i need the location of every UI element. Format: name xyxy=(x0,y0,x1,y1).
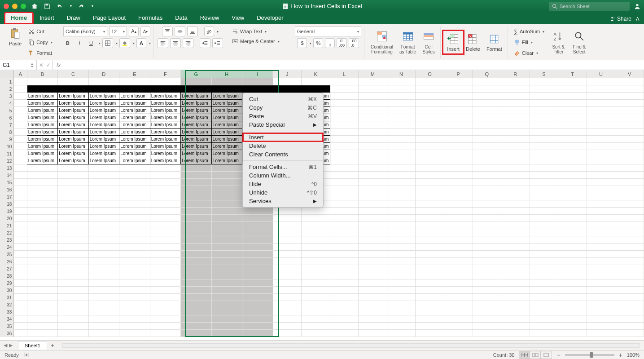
cell[interactable] xyxy=(359,294,387,301)
cell[interactable] xyxy=(119,294,150,301)
cell[interactable] xyxy=(615,215,644,222)
cell[interactable] xyxy=(242,251,273,258)
cell[interactable] xyxy=(212,164,242,172)
cell[interactable] xyxy=(473,236,502,244)
cell[interactable] xyxy=(416,323,444,330)
ribbon-tab-data[interactable]: Data xyxy=(169,12,193,24)
row-header-29[interactable]: 29 xyxy=(0,279,14,287)
sheet-tab-active[interactable]: Sheet1 xyxy=(18,341,47,350)
cell[interactable] xyxy=(14,294,27,301)
cell[interactable] xyxy=(558,114,587,121)
cell[interactable] xyxy=(14,229,27,236)
format-as-table-button[interactable]: Format as Table xyxy=(397,29,419,55)
cell[interactable]: Lorem Ipsum xyxy=(181,136,211,143)
cell[interactable] xyxy=(119,308,150,315)
cell[interactable] xyxy=(444,100,473,107)
cell[interactable] xyxy=(14,330,27,337)
cell[interactable] xyxy=(444,164,473,172)
cell[interactable] xyxy=(89,78,119,85)
cell[interactable] xyxy=(302,315,330,323)
cell[interactable] xyxy=(530,215,559,222)
cell[interactable] xyxy=(302,78,330,85)
ribbon-tab-insert[interactable]: Insert xyxy=(33,12,61,24)
cell[interactable] xyxy=(501,244,530,251)
cell[interactable] xyxy=(181,272,211,279)
cell[interactable] xyxy=(212,265,242,272)
cell[interactable] xyxy=(501,258,530,265)
cell[interactable] xyxy=(615,287,644,294)
paste-button[interactable]: Paste xyxy=(6,27,24,47)
cell[interactable] xyxy=(387,265,416,272)
cell[interactable]: Lorem Ipsum xyxy=(212,150,242,157)
cell[interactable] xyxy=(150,236,181,244)
cell[interactable]: Lorem Ipsum xyxy=(89,136,119,143)
collapse-ribbon-icon[interactable]: ᐱ xyxy=(636,16,640,22)
cell[interactable]: Lorem Ipsum xyxy=(212,93,242,100)
cell[interactable] xyxy=(359,301,387,308)
context-item-copy[interactable]: Copy⌘C xyxy=(243,103,323,112)
cell[interactable] xyxy=(615,121,644,129)
cell[interactable]: Lorem Ipsum xyxy=(212,157,242,164)
cell[interactable] xyxy=(558,236,587,244)
minimize-window-button[interactable] xyxy=(12,4,18,9)
autosum-button[interactable]: ∑AutoSum▾ xyxy=(512,27,547,36)
cell[interactable] xyxy=(212,323,242,330)
cell[interactable] xyxy=(558,265,587,272)
cell[interactable] xyxy=(302,301,330,308)
delete-cells-button[interactable]: Delete xyxy=(463,32,483,53)
cell[interactable] xyxy=(473,114,502,121)
cell[interactable] xyxy=(14,157,27,164)
cell[interactable] xyxy=(587,208,616,215)
cell[interactable]: Lorem Ipsum xyxy=(119,107,150,114)
cell[interactable] xyxy=(119,330,150,337)
cell[interactable] xyxy=(89,179,119,186)
cell[interactable] xyxy=(615,78,644,85)
cell[interactable] xyxy=(58,179,88,186)
cell[interactable] xyxy=(558,107,587,114)
cell[interactable] xyxy=(330,236,359,244)
cell[interactable] xyxy=(501,323,530,330)
cell[interactable] xyxy=(558,78,587,85)
cell[interactable] xyxy=(119,315,150,323)
cell[interactable]: Lorem Ipsum xyxy=(27,93,58,100)
cell[interactable] xyxy=(14,164,27,172)
cell[interactable] xyxy=(150,323,181,330)
context-item-column-width-[interactable]: Column Width... xyxy=(243,171,323,180)
cell[interactable] xyxy=(473,315,502,323)
cell[interactable] xyxy=(119,222,150,229)
cell[interactable] xyxy=(330,301,359,308)
cell[interactable] xyxy=(58,229,88,236)
cell[interactable] xyxy=(119,164,150,172)
cell[interactable]: Lorem Ipsum xyxy=(119,93,150,100)
cell[interactable] xyxy=(615,244,644,251)
cell[interactable] xyxy=(387,172,416,179)
cell[interactable] xyxy=(530,129,559,136)
cell[interactable] xyxy=(558,294,587,301)
cell[interactable] xyxy=(150,186,181,193)
cell[interactable]: Lorem Ipsum xyxy=(150,136,181,143)
cell[interactable] xyxy=(58,287,88,294)
cell[interactable] xyxy=(387,294,416,301)
cell[interactable] xyxy=(444,215,473,222)
cell[interactable] xyxy=(359,308,387,315)
cell[interactable]: Lorem Ipsum xyxy=(58,150,88,157)
cell[interactable] xyxy=(530,114,559,121)
row-header-18[interactable]: 18 xyxy=(0,200,14,208)
cell[interactable]: Lorem Ipsum xyxy=(181,157,211,164)
context-item-hide[interactable]: Hide^0 xyxy=(243,180,323,188)
row-header-13[interactable]: 13 xyxy=(0,164,14,172)
cell[interactable]: Lorem Ipsum xyxy=(119,157,150,164)
cell[interactable] xyxy=(359,208,387,215)
cell[interactable] xyxy=(14,323,27,330)
row-header-24[interactable]: 24 xyxy=(0,244,14,251)
cell[interactable] xyxy=(530,164,559,172)
format-painter-button[interactable]: Format xyxy=(26,48,56,58)
cell[interactable]: Lorem Ipsum xyxy=(89,157,119,164)
ribbon-tab-draw[interactable]: Draw xyxy=(61,12,87,24)
cell[interactable] xyxy=(558,208,587,215)
cell[interactable] xyxy=(558,287,587,294)
cell[interactable] xyxy=(27,315,58,323)
cell[interactable] xyxy=(530,236,559,244)
cell[interactable] xyxy=(530,208,559,215)
cell[interactable] xyxy=(242,215,273,222)
